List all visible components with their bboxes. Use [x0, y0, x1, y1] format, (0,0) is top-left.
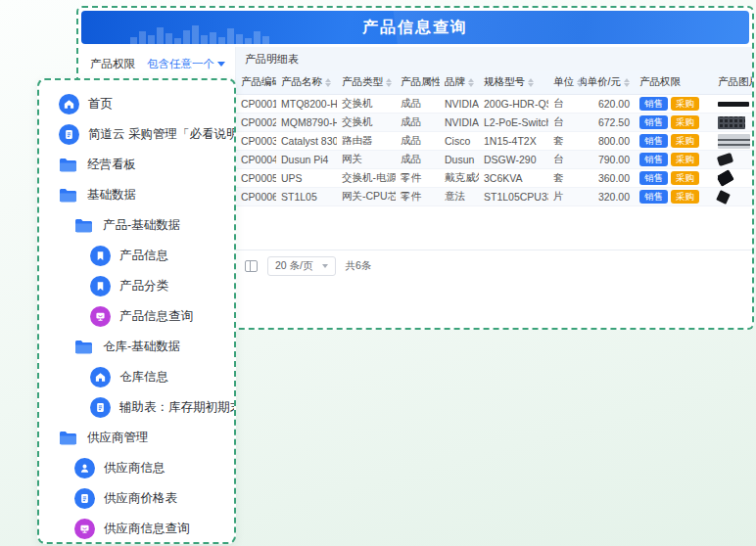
folder-icon — [59, 188, 78, 204]
permission-tag-purchase: 采购 — [671, 134, 699, 149]
document-icon — [90, 397, 111, 418]
column-header-brand[interactable]: 品牌 — [440, 70, 479, 95]
permission-tag-sale: 销售 — [639, 97, 668, 112]
product-image[interactable] — [716, 169, 734, 187]
page-banner: 产品信息查询 — [81, 11, 749, 44]
chevron-down-icon — [217, 62, 225, 67]
sidebar-item-warehouse-basic-group[interactable]: 仓库-基础数据 — [39, 332, 234, 362]
table-empty-space — [236, 206, 752, 250]
column-header-permission: 产品权限 — [635, 70, 713, 95]
column-header-unit[interactable]: 单位 — [548, 70, 581, 95]
total-count: 共6条 — [346, 259, 372, 273]
sort-icon[interactable] — [468, 78, 474, 87]
home-icon — [59, 94, 79, 114]
sidebar-item-home[interactable]: 首页 — [39, 89, 234, 119]
folder-icon — [74, 218, 94, 234]
column-header-image: 产品图片 — [713, 70, 752, 95]
table-row[interactable]: CP0006 ST1L05 网关-CPU芯片 零件 意法 ST1L05CPU33… — [236, 188, 752, 206]
product-image[interactable] — [716, 190, 731, 205]
product-table: 产品编码 产品名称 产品类型 产品属性 品牌 规格型号 单位 采购单价/元 产品… — [236, 70, 752, 206]
bookmark-icon — [90, 276, 111, 296]
permission-tag-sale: 销售 — [639, 190, 668, 205]
person-icon — [74, 458, 95, 478]
folder-icon — [74, 340, 94, 355]
folder-icon — [59, 431, 78, 446]
table-row[interactable]: CP0002 MQM8790-HS2R 交换机 成品 NVIDIA L2-PoE… — [236, 114, 752, 132]
column-settings-icon[interactable] — [245, 260, 258, 272]
sidebar-item-product-category[interactable]: 产品分类 — [39, 271, 234, 301]
product-table-card: 产品明细表 产品编码 产品名称 产品类型 产品属性 品牌 规格型号 单位 — [235, 47, 752, 324]
column-header-spec[interactable]: 规格型号 — [479, 70, 548, 95]
chevron-down-icon — [322, 264, 328, 268]
sidebar-item-warehouse-info[interactable]: 仓库信息 — [39, 362, 234, 392]
permission-tag-purchase: 采购 — [671, 171, 699, 186]
sort-icon[interactable] — [624, 78, 630, 87]
permission-tag-purchase: 采购 — [671, 115, 699, 130]
sidebar-item-supplier-query[interactable]: 供应商信息查询 — [39, 514, 234, 544]
pagination-bar: 20 条/页 共6条 — [236, 250, 752, 282]
sort-icon[interactable] — [325, 78, 331, 87]
document-icon — [74, 488, 95, 509]
sidebar-item-product-query[interactable]: 产品信息查询 — [39, 301, 234, 332]
permission-tag-purchase: 采购 — [671, 190, 699, 205]
permission-tag-sale: 销售 — [639, 171, 668, 186]
sidebar-item-supplier-info[interactable]: 供应商信息 — [39, 453, 234, 483]
column-header-price[interactable]: 采购单价/元 — [581, 70, 635, 95]
query-monitor-icon — [74, 519, 95, 539]
permission-tag-sale: 销售 — [639, 115, 668, 130]
product-image[interactable] — [718, 116, 745, 129]
permission-tag-purchase: 采购 — [671, 97, 699, 112]
folder-icon — [59, 158, 78, 173]
sidebar-nav: 首页 简道云 采购管理「必看说明」 经营看板 基础数据 产品-基础数据 产品信息 — [37, 78, 236, 544]
query-monitor-icon — [90, 306, 111, 327]
table-row[interactable]: CP0004 Dusun Pi4 网关 成品 Dusun DSGW-290 台 … — [236, 151, 752, 169]
column-header-code[interactable]: 产品编码 — [236, 70, 276, 95]
sidebar-item-aux-table[interactable]: 辅助表：库存期初期末... — [39, 392, 234, 423]
table-row[interactable]: CP0001 MTQ8200-HS2F 交换机 成品 NVIDIA 200G-H… — [236, 95, 752, 114]
table-header-row: 产品编码 产品名称 产品类型 产品属性 品牌 规格型号 单位 采购单价/元 产品… — [236, 70, 752, 95]
column-header-type[interactable]: 产品类型 — [337, 70, 396, 95]
sidebar-item-supplier-group[interactable]: 供应商管理 — [39, 423, 234, 453]
product-image[interactable] — [718, 134, 750, 149]
sort-icon[interactable] — [528, 78, 534, 87]
sidebar-item-supplier-price[interactable]: 供应商价格表 — [39, 483, 234, 514]
column-header-name[interactable]: 产品名称 — [276, 70, 337, 95]
sidebar-item-product-basic-group[interactable]: 产品-基础数据 — [39, 210, 234, 241]
page-size-select[interactable]: 20 条/页 — [267, 256, 336, 276]
permission-tag-purchase: 采购 — [671, 153, 699, 167]
page-title: 产品信息查询 — [81, 11, 749, 44]
table-row[interactable]: CP0003 Catalyst 8300 路由器 成品 Cisco 1N15-4… — [236, 132, 752, 151]
document-icon — [59, 124, 79, 145]
sidebar-item-guide[interactable]: 简道云 采购管理「必看说明」 — [39, 119, 234, 150]
filter-operator-dropdown[interactable]: 包含任意一个 — [147, 57, 225, 71]
table-title: 产品明细表 — [236, 47, 752, 70]
product-image[interactable] — [718, 102, 749, 107]
column-header-attr[interactable]: 产品属性 — [396, 70, 440, 95]
permission-tag-sale: 销售 — [639, 153, 668, 167]
table-row[interactable]: CP0005 UPS 交换机-电源 零件 戴克威尔 3C6KVA 套 360.0… — [236, 169, 752, 188]
sidebar-item-basic-data-group[interactable]: 基础数据 — [39, 180, 234, 210]
permission-tag-sale: 销售 — [639, 134, 668, 149]
home-icon — [90, 367, 111, 387]
sidebar-item-dashboard-group[interactable]: 经营看板 — [39, 150, 234, 180]
product-image[interactable] — [717, 153, 733, 166]
bookmark-icon — [90, 246, 111, 266]
filter-field-label: 产品权限 — [90, 57, 135, 71]
sidebar-item-product-info[interactable]: 产品信息 — [39, 241, 234, 271]
sort-icon[interactable] — [386, 78, 392, 87]
